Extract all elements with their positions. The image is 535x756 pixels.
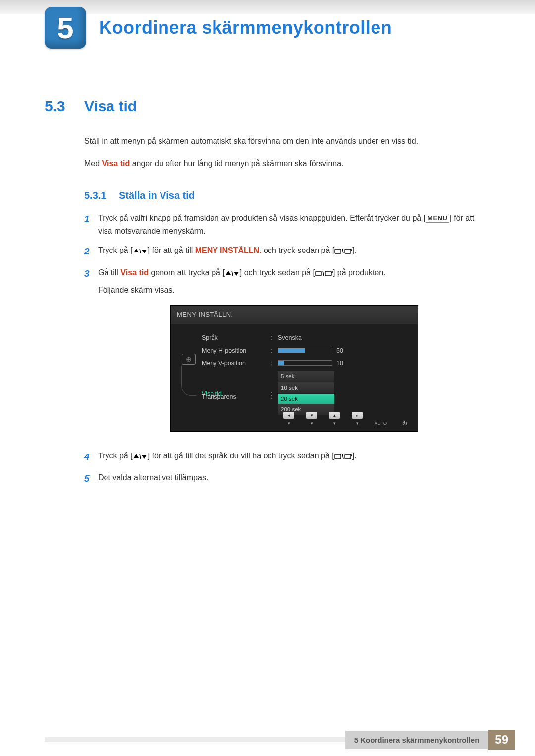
osd-side-icon-column: ⊕: [176, 331, 202, 403]
osd-option-selected: 20 sek: [278, 394, 334, 404]
subsection-title: Ställa in Visa tid: [119, 190, 195, 201]
svg-line-8: [232, 271, 233, 276]
step-text: Gå till: [98, 268, 120, 277]
osd-nav-left-icon: ◂▾: [283, 412, 294, 427]
osd-option: 10 sek: [278, 382, 334, 393]
chapter-number-badge: 5: [45, 7, 86, 49]
osd-option: 5 sek: [278, 371, 334, 382]
osd-value: 50: [336, 346, 343, 355]
footer-text: 5 Koordinera skärmmenykontrollen: [345, 731, 488, 749]
subsection-number: 5.3.1: [84, 190, 119, 201]
osd-label: Meny V-position: [202, 358, 271, 368]
osd-value: 10: [336, 358, 343, 368]
chapter-title: Koordinera skärmmenykontrollen: [99, 17, 392, 38]
svg-line-4: [342, 249, 343, 253]
osd-value: Svenska: [278, 333, 410, 343]
osd-slider: [278, 360, 332, 366]
osd-title: MENY INSTÄLLN.: [171, 306, 418, 324]
section-number: 5.3: [45, 98, 84, 115]
step-text: ] och tryck sedan på [: [240, 268, 315, 277]
up-down-arrows-icon: [225, 268, 240, 277]
osd-dropdown: 5 sek 10 sek 20 sek 200 sek: [278, 371, 334, 416]
step-text: Tryck på [: [98, 452, 133, 460]
osd-power-icon: ⏻: [399, 412, 410, 427]
intro-paragraph-1: Ställ in att menyn på skärmen automatisk…: [84, 135, 490, 148]
section-intro: Ställ in att menyn på skärmen automatisk…: [84, 135, 490, 170]
osd-row-language: Språk : Svenska: [202, 331, 410, 344]
step-number: 3: [84, 266, 98, 443]
step-highlight: MENY INSTÄLLN.: [195, 246, 262, 254]
svg-rect-11: [325, 271, 331, 276]
svg-line-14: [140, 454, 141, 459]
step-4: 4 Tryck på [] för att gå till det språk …: [84, 450, 490, 464]
svg-rect-3: [335, 249, 341, 253]
step-text: Följande skärm visas.: [98, 284, 490, 297]
up-down-arrows-icon: [133, 246, 148, 254]
section-heading: 5.3 Visa tid: [45, 98, 490, 115]
subsection-heading: 5.3.1 Ställa in Visa tid: [84, 190, 490, 201]
svg-rect-17: [345, 454, 351, 459]
osd-label: Transparens: [202, 392, 271, 402]
step-text: ].: [352, 452, 357, 460]
svg-line-2: [140, 249, 141, 253]
osd-enter-icon: ↲▾: [352, 412, 363, 427]
page-footer: 5 Koordinera skärmmenykontrollen 59: [0, 730, 535, 749]
step-text: och tryck sedan på [: [262, 246, 335, 254]
osd-menu: MENY INSTÄLLN. ⊕ Språk : Svenska: [170, 305, 418, 432]
chapter-header: 5 Koordinera skärmmenykontrollen: [0, 7, 535, 49]
osd-side-curve: [181, 366, 196, 396]
step-text: ] för att gå till: [148, 246, 195, 254]
osd-nav-down-icon: ▾▾: [306, 412, 317, 427]
up-down-arrows-icon: [133, 452, 148, 460]
svg-rect-5: [345, 249, 351, 253]
step-text: genom att trycka på [: [149, 268, 225, 277]
osd-label: Språk: [202, 333, 271, 343]
step-text: ] för att gå till det språk du vill ha o…: [148, 452, 334, 460]
osd-slider: [278, 348, 332, 353]
step-text: Det valda alternativet tillämpas.: [98, 471, 490, 486]
page-number: 59: [488, 730, 515, 750]
svg-line-10: [323, 271, 324, 276]
step-5: 5 Det valda alternativet tillämpas.: [84, 471, 490, 486]
svg-marker-13: [142, 455, 147, 459]
svg-marker-1: [142, 250, 147, 253]
intro-text: anger du efter hur lång tid menyn på skä…: [130, 159, 343, 168]
svg-line-16: [342, 454, 343, 459]
source-enter-icon: [334, 452, 352, 460]
step-number: 5: [84, 471, 98, 486]
step-1: 1 Tryck på valfri knapp på framsidan av …: [84, 212, 490, 237]
svg-marker-7: [234, 272, 239, 276]
source-enter-icon: [315, 268, 333, 277]
svg-rect-15: [335, 454, 341, 459]
source-enter-icon: [334, 246, 352, 254]
settings-icon: ⊕: [182, 354, 196, 365]
step-text: Tryck på valfri knapp på framsidan av pr…: [98, 214, 426, 222]
osd-auto-button: AUTO: [374, 412, 387, 427]
intro-text: Med: [84, 159, 102, 168]
section-title: Visa tid: [84, 98, 137, 115]
step-number: 2: [84, 244, 98, 259]
osd-nav-up-icon: ▴▾: [329, 412, 340, 427]
step-number: 4: [84, 450, 98, 464]
step-text: ] på produkten.: [333, 268, 386, 277]
osd-label: Meny H-position: [202, 346, 271, 355]
osd-row-v-position: Meny V-position : 10: [202, 357, 410, 370]
footer-bar: [45, 737, 345, 742]
svg-marker-12: [134, 454, 139, 458]
step-text: Tryck på [: [98, 246, 133, 254]
step-2: 2 Tryck på [] för att gå till MENY INSTÄ…: [84, 244, 490, 259]
svg-marker-6: [226, 271, 231, 275]
osd-row-h-position: Meny H-position : 50: [202, 344, 410, 357]
step-3: 3 Gå till Visa tid genom att trycka på […: [84, 266, 490, 443]
step-text: ].: [352, 246, 357, 254]
menu-button-label: MENU: [426, 214, 449, 223]
svg-marker-0: [134, 249, 139, 252]
intro-highlight: Visa tid: [102, 159, 130, 168]
step-number: 1: [84, 212, 98, 237]
intro-paragraph-2: Med Visa tid anger du efter hur lång tid…: [84, 157, 490, 170]
svg-rect-9: [316, 271, 321, 276]
step-highlight: Visa tid: [120, 268, 149, 277]
